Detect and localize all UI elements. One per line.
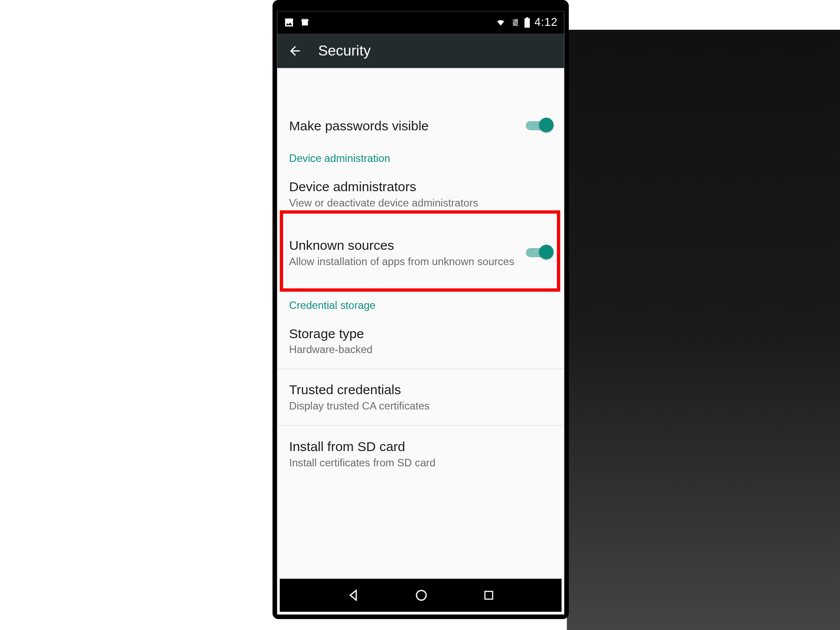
back-arrow-icon[interactable] [288, 44, 302, 58]
phone-frame: 4:12 Security Make passwords visible [274, 2, 567, 617]
setting-trusted-credentials[interactable]: Trusted credentials Display trusted CA c… [277, 372, 564, 423]
setting-subtitle: Hardware-backed [289, 343, 545, 357]
setting-storage-type[interactable]: Storage type Hardware-backed [277, 315, 564, 366]
setting-device-administrators[interactable]: Device administrators View or deactivate… [277, 169, 564, 220]
phone-screen: 4:12 Security Make passwords visible [277, 11, 564, 615]
wifi-icon [495, 18, 507, 27]
settings-list[interactable]: Make passwords visible Device administra… [277, 68, 564, 615]
nav-recent-icon[interactable] [482, 589, 495, 602]
setting-title: Make passwords visible [289, 117, 518, 134]
navigation-bar [280, 579, 561, 612]
svg-point-2 [416, 591, 426, 600]
setting-subtitle: Display trusted CA certificates [289, 400, 545, 413]
setting-title: Install from SD card [289, 438, 545, 455]
backdrop-panel [567, 30, 840, 630]
svg-point-0 [303, 20, 304, 21]
punch-hole-camera [415, 14, 427, 26]
divider [277, 369, 564, 370]
image-icon [284, 17, 294, 28]
phone-side-button [273, 253, 275, 293]
section-credential-storage: Credential storage [277, 285, 564, 315]
toggle-make-passwords-visible[interactable] [526, 117, 552, 134]
svg-rect-3 [485, 592, 493, 599]
setting-title: Trusted credentials [289, 381, 545, 398]
setting-title: Unknown sources [289, 237, 518, 254]
android-icon [300, 17, 310, 28]
status-time: 4:12 [534, 16, 557, 29]
setting-title: Storage type [289, 325, 545, 342]
canvas: 4:12 Security Make passwords visible [0, 0, 840, 630]
divider [277, 425, 564, 426]
setting-install-from-sd[interactable]: Install from SD card Install certificate… [277, 429, 564, 480]
setting-subtitle: Install certificates from SD card [289, 456, 545, 470]
toggle-unknown-sources[interactable] [526, 244, 552, 261]
setting-subtitle: View or deactivate device administrators [289, 196, 545, 210]
nav-back-icon[interactable] [346, 588, 360, 602]
page-title: Security [318, 42, 371, 60]
svg-point-1 [306, 20, 307, 21]
nav-home-icon[interactable] [414, 588, 428, 602]
setting-subtitle: Allow installation of apps from unknown … [289, 255, 518, 269]
setting-unknown-sources[interactable]: Unknown sources Allow installation of ap… [277, 220, 564, 285]
battery-icon [524, 17, 530, 28]
setting-make-passwords-visible[interactable]: Make passwords visible [277, 108, 564, 144]
no-sim-icon [511, 17, 520, 28]
section-device-administration: Device administration [277, 144, 564, 168]
app-bar: Security [277, 34, 564, 68]
setting-title: Device administrators [289, 178, 545, 195]
phone-side-button [273, 220, 275, 246]
